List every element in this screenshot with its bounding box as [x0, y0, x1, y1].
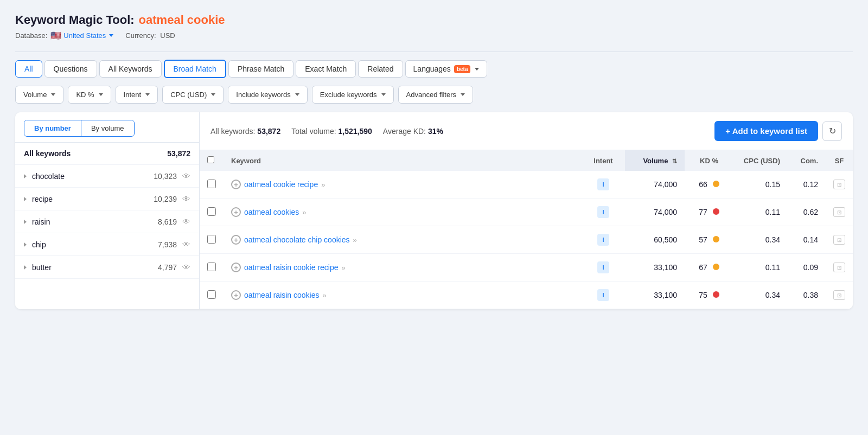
tab-phrase-match[interactable]: Phrase Match — [228, 60, 293, 78]
row-kd-cell: 75 — [685, 282, 733, 309]
eye-icon[interactable]: 👁 — [182, 240, 190, 249]
filter-advanced[interactable]: Advanced filters — [398, 86, 474, 104]
sf-icon[interactable]: ⊡ — [833, 180, 845, 189]
sidebar-list: All keywords 53,872 chocolate 10,323 👁 r… — [15, 143, 199, 309]
subtitle-row: Database: 🇺🇸 United States Currency: USD — [15, 30, 853, 41]
row-com-cell: 0.38 — [788, 282, 826, 309]
row-checkbox-cell — [200, 282, 224, 309]
row-checkbox[interactable] — [207, 263, 216, 271]
col-header-sf[interactable]: SF — [826, 150, 853, 171]
refresh-icon: ↻ — [829, 126, 836, 136]
stats-row: All keywords: 53,872 Total volume: 1,521… — [210, 127, 443, 136]
filter-include[interactable]: Include keywords — [228, 86, 307, 104]
keyword-link[interactable]: + oatmeal raisin cookies » — [231, 290, 574, 300]
chevron-right-icon — [24, 242, 27, 247]
sf-icon[interactable]: ⊡ — [833, 290, 845, 300]
select-all-checkbox[interactable] — [207, 156, 214, 163]
add-keyword-icon[interactable]: + — [231, 235, 241, 245]
row-keyword-cell: + oatmeal chocolate chip cookies » — [224, 226, 582, 254]
filter-bar: Volume KD % Intent CPC (USD) Include key… — [15, 86, 853, 104]
kd-dot-icon — [713, 291, 719, 298]
sf-icon[interactable]: ⊡ — [833, 207, 845, 217]
all-kw-stat: All keywords: 53,872 — [210, 127, 280, 136]
tab-related[interactable]: Related — [358, 60, 403, 78]
sidebar-item-recipe[interactable]: recipe 10,239 👁 — [15, 188, 199, 210]
eye-icon[interactable]: 👁 — [182, 263, 190, 272]
eye-icon[interactable]: 👁 — [182, 217, 190, 226]
row-checkbox[interactable] — [207, 180, 216, 188]
add-to-keyword-list-button[interactable]: + Add to keyword list — [714, 121, 818, 141]
page-title-query: oatmeal cookie — [139, 13, 225, 27]
header: Keyword Magic Tool: oatmeal cookie Datab… — [15, 13, 853, 41]
row-checkbox[interactable] — [207, 290, 216, 299]
col-header-kd[interactable]: KD % — [685, 150, 733, 171]
keyword-link[interactable]: + oatmeal chocolate chip cookies » — [231, 235, 574, 245]
col-header-com[interactable]: Com. — [788, 150, 826, 171]
col-header-keyword[interactable]: Keyword — [224, 150, 582, 171]
col-header-volume[interactable]: Volume ⇅ — [625, 150, 685, 171]
sidebar-item-chip[interactable]: chip 7,938 👁 — [15, 233, 199, 256]
intent-badge: I — [597, 178, 609, 190]
table-row: + oatmeal cookies » I 74,000 77 0.11 0.6… — [200, 199, 853, 226]
chevron-down-icon — [295, 93, 299, 96]
row-volume-cell: 74,000 — [625, 171, 685, 199]
eye-icon[interactable]: 👁 — [182, 171, 190, 181]
tab-all[interactable]: All — [15, 60, 42, 78]
row-keyword-cell: + oatmeal cookies » — [224, 199, 582, 226]
toggle-by-volume[interactable]: By volume — [81, 120, 134, 136]
chevron-down-icon — [211, 93, 215, 96]
eye-icon[interactable]: 👁 — [182, 194, 190, 203]
tab-exact-match[interactable]: Exact Match — [296, 60, 356, 78]
keyword-link[interactable]: + oatmeal cookies » — [231, 207, 574, 217]
row-com-cell: 0.12 — [788, 171, 826, 199]
page-title-static: Keyword Magic Tool: — [15, 13, 135, 27]
row-kd-cell: 66 — [685, 171, 733, 199]
tab-broad-match[interactable]: Broad Match — [164, 60, 226, 78]
keyword-link[interactable]: + oatmeal cookie recipe » — [231, 180, 574, 189]
row-sf-cell: ⊡ — [826, 226, 853, 254]
tab-languages[interactable]: Languages beta — [405, 60, 488, 78]
sidebar-item-butter[interactable]: butter 4,797 👁 — [15, 256, 199, 279]
refresh-button[interactable]: ↻ — [822, 121, 842, 141]
sidebar-item-raisin[interactable]: raisin 8,619 👁 — [15, 210, 199, 233]
row-checkbox-cell — [200, 226, 224, 254]
filter-volume[interactable]: Volume — [15, 86, 63, 104]
chevron-right-icon — [24, 174, 27, 178]
row-checkbox[interactable] — [207, 207, 216, 216]
intent-badge: I — [597, 289, 609, 301]
row-intent-cell: I — [582, 254, 625, 282]
sidebar-item-all[interactable]: All keywords 53,872 — [15, 143, 199, 165]
sf-icon[interactable]: ⊡ — [833, 263, 845, 272]
add-keyword-icon[interactable]: + — [231, 290, 241, 300]
tab-questions[interactable]: Questions — [44, 60, 97, 78]
sidebar-item-chocolate[interactable]: chocolate 10,323 👁 — [15, 165, 199, 188]
arrow-right-icon: » — [353, 236, 357, 244]
row-checkbox[interactable] — [207, 235, 216, 244]
col-header-intent[interactable]: Intent — [582, 150, 625, 171]
add-keyword-icon[interactable]: + — [231, 263, 241, 272]
filter-intent[interactable]: Intent — [116, 86, 158, 104]
filter-cpc[interactable]: CPC (USD) — [162, 86, 224, 104]
chevron-down-icon — [145, 93, 150, 96]
sidebar: By number By volume All keywords 53,872 … — [15, 112, 200, 309]
keyword-text: oatmeal cookies — [244, 208, 299, 216]
toggle-by-number[interactable]: By number — [24, 120, 81, 136]
table-header-row: Keyword Intent Volume ⇅ KD % CPC (USD) C… — [200, 150, 853, 171]
all-keywords-count: 53,872 — [167, 149, 190, 158]
col-header-cpc[interactable]: CPC (USD) — [733, 150, 788, 171]
add-keyword-icon[interactable]: + — [231, 207, 241, 217]
tab-all-keywords[interactable]: All Keywords — [99, 60, 162, 78]
filter-exclude[interactable]: Exclude keywords — [312, 86, 394, 104]
add-keyword-icon[interactable]: + — [231, 180, 241, 189]
action-buttons: + Add to keyword list ↻ — [714, 121, 842, 141]
table-row: + oatmeal raisin cookies » I 33,100 75 0… — [200, 282, 853, 309]
database-link[interactable]: 🇺🇸 United States — [50, 30, 113, 41]
row-cpc-cell: 0.11 — [733, 199, 788, 226]
row-checkbox-cell — [200, 171, 224, 199]
sf-icon[interactable]: ⊡ — [833, 235, 845, 245]
row-com-cell: 0.62 — [788, 199, 826, 226]
filter-kd[interactable]: KD % — [68, 86, 111, 104]
keyword-link[interactable]: + oatmeal raisin cookie recipe » — [231, 263, 574, 272]
intent-badge: I — [597, 234, 609, 246]
all-keywords-label: All keywords — [24, 149, 71, 158]
